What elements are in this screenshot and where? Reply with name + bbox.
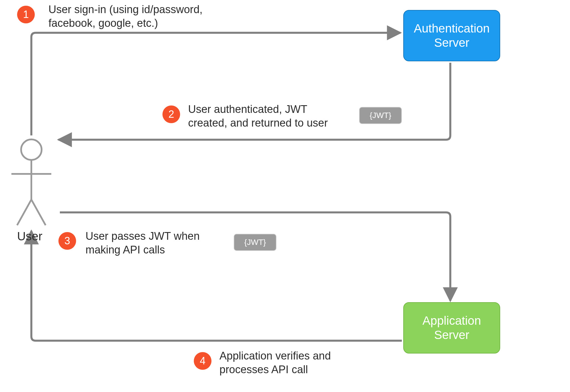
step-badge-1: 1: [17, 6, 35, 23]
jwt-auth-flow-diagram: User 1 User sign-in (using id/password, …: [0, 0, 570, 392]
svg-line-4: [31, 200, 46, 225]
step-badge-4: 4: [194, 352, 211, 370]
step-text-1: User sign-in (using id/password, faceboo…: [48, 3, 254, 30]
jwt-token-chip-2: {JWT}: [234, 234, 276, 251]
step-text-2: User authenticated, JWT created, and ret…: [188, 103, 348, 130]
svg-line-3: [17, 200, 31, 225]
user-actor-label: User: [17, 229, 42, 243]
user-icon: [11, 139, 51, 225]
svg-point-0: [21, 139, 42, 160]
application-server-box: Application Server: [403, 302, 500, 354]
step-badge-2: 2: [162, 105, 180, 123]
step-text-3: User passes JWT when making API calls: [85, 229, 228, 257]
step-text-4: Application verifies and processes API c…: [219, 349, 368, 376]
arrow-step-3: [60, 212, 450, 301]
authentication-server-box: Authentication Server: [403, 10, 500, 61]
jwt-token-chip-1: {JWT}: [359, 107, 402, 124]
step-badge-3: 3: [58, 232, 76, 250]
